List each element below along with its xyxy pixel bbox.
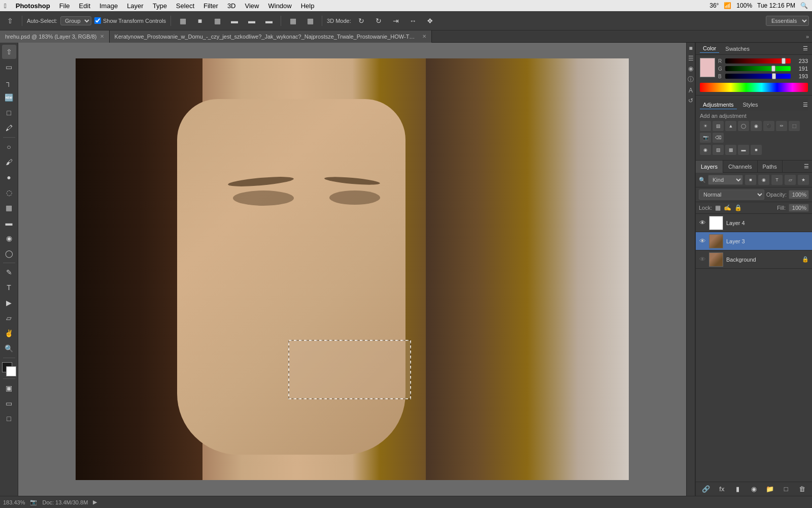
color-icon[interactable]: ■ bbox=[689, 45, 692, 52]
align-vcenter-btn[interactable]: ■ bbox=[193, 14, 207, 28]
playback-btn[interactable]: ▶ bbox=[93, 499, 97, 505]
tab-layers[interactable]: Layers bbox=[696, 161, 723, 173]
photofilter-btn[interactable]: 📷 bbox=[700, 133, 711, 143]
layer-filter-shape-btn[interactable]: ▱ bbox=[785, 175, 796, 185]
invert-btn[interactable]: ◉ bbox=[700, 145, 711, 155]
bw-btn[interactable]: ⬚ bbox=[789, 121, 800, 131]
menu-3d[interactable]: 3D bbox=[227, 2, 236, 10]
threshold-btn[interactable]: ▩ bbox=[725, 145, 736, 155]
eraser-tool[interactable]: ▦ bbox=[2, 201, 16, 215]
adjustments-icon[interactable]: ◉ bbox=[688, 65, 693, 72]
layer-filter-pixel-btn[interactable]: ■ bbox=[745, 175, 756, 185]
curves-btn[interactable]: ▲ bbox=[725, 121, 736, 131]
menu-type[interactable]: Type bbox=[153, 2, 167, 10]
screen-mode-btn[interactable]: ▭ bbox=[2, 396, 16, 410]
delete-layer-btn[interactable]: 🗑 bbox=[796, 484, 807, 495]
zoom-tool[interactable]: 🔍 bbox=[2, 341, 16, 356]
layer-row[interactable]: 👁 Layer 4 bbox=[696, 214, 812, 232]
info-icon[interactable]: ⓘ bbox=[688, 75, 694, 84]
levels-btn[interactable]: ▤ bbox=[713, 121, 724, 131]
posterize-btn[interactable]: ▧ bbox=[713, 145, 724, 155]
layer-mask-btn[interactable]: ▮ bbox=[732, 484, 743, 495]
menu-file[interactable]: File bbox=[59, 2, 70, 10]
blur-tool[interactable]: ◉ bbox=[2, 231, 16, 245]
char-icon[interactable]: A bbox=[689, 87, 693, 94]
history-icon[interactable]: ↺ bbox=[688, 97, 693, 104]
3d-roll-btn[interactable]: ↻ bbox=[371, 14, 386, 28]
layers-options-icon[interactable]: ☰ bbox=[801, 163, 812, 170]
move-tool[interactable]: ⇧ bbox=[2, 45, 16, 59]
dist-h-btn[interactable]: ▦ bbox=[286, 14, 300, 28]
dodge-tool[interactable]: ◯ bbox=[2, 246, 16, 261]
layer-filter-type-btn[interactable]: T bbox=[771, 175, 783, 185]
inactive-tab[interactable]: Keratynowe_Prostowanie_w_Domu_-_czy_jest… bbox=[110, 30, 432, 43]
colorbalance-btn[interactable]: ⚰ bbox=[776, 121, 787, 131]
layer-link-btn[interactable]: 🔗 bbox=[700, 484, 712, 495]
menu-filter[interactable]: Filter bbox=[204, 2, 218, 10]
tab-paths[interactable]: Paths bbox=[758, 161, 783, 173]
quick-mask-btn[interactable]: ▣ bbox=[2, 381, 16, 395]
adj-options-icon[interactable]: ☰ bbox=[803, 102, 808, 108]
3d-scale-btn[interactable]: ❖ bbox=[423, 14, 437, 28]
menu-help[interactable]: Help bbox=[301, 2, 315, 10]
vibrance-btn[interactable]: ◉ bbox=[751, 121, 762, 131]
panel-options-icon[interactable]: ☰ bbox=[803, 45, 808, 52]
hsl-btn[interactable]: ⚫ bbox=[763, 121, 774, 131]
hand-tool[interactable]: ✌ bbox=[2, 326, 16, 340]
canvas-area[interactable] bbox=[18, 43, 686, 496]
background-color[interactable] bbox=[6, 366, 16, 376]
color-swatches[interactable] bbox=[2, 362, 16, 376]
new-layer-btn[interactable]: □ bbox=[781, 484, 792, 495]
menu-select[interactable]: Select bbox=[176, 2, 194, 10]
align-right-btn[interactable]: ▬ bbox=[262, 14, 276, 28]
layers-icon[interactable]: ☰ bbox=[688, 55, 694, 62]
quick-select-tool[interactable]: 🆕 bbox=[2, 90, 16, 105]
selectivecolor-btn[interactable]: ■ bbox=[751, 145, 762, 155]
search-icon[interactable]: 🔍 bbox=[800, 2, 808, 9]
marquee-tool[interactable]: ▭ bbox=[2, 60, 16, 74]
color-preview-swatch[interactable] bbox=[700, 58, 715, 77]
apple-menu[interactable]:  bbox=[4, 2, 7, 10]
layer-3-visibility[interactable]: 👁 bbox=[699, 237, 706, 245]
blue-slider[interactable] bbox=[725, 74, 791, 79]
gradient-tool[interactable]: ▬ bbox=[2, 216, 16, 230]
menu-image[interactable]: Image bbox=[99, 2, 118, 10]
tab-overflow-btn[interactable]: » bbox=[803, 34, 812, 40]
blend-mode-select[interactable]: Normal bbox=[699, 189, 764, 200]
move-tool-option[interactable]: ⇧ bbox=[3, 14, 17, 28]
close-tab2-btn[interactable]: ✕ bbox=[422, 34, 426, 39]
lasso-tool[interactable]: ┐ bbox=[2, 75, 16, 89]
3d-slide-btn[interactable]: ↔ bbox=[406, 14, 420, 28]
new-adjustment-btn[interactable]: ◉ bbox=[748, 484, 759, 495]
align-left-btn[interactable]: ▬ bbox=[227, 14, 242, 28]
type-tool[interactable]: T bbox=[2, 280, 16, 295]
gradientmap-btn[interactable]: ▬ bbox=[738, 145, 749, 155]
red-slider[interactable] bbox=[725, 58, 791, 64]
layer-row[interactable]: 👁 Layer 3 bbox=[696, 232, 812, 250]
background-visibility[interactable]: 👁 bbox=[699, 256, 706, 263]
new-group-btn[interactable]: 📁 bbox=[764, 484, 775, 495]
3d-rotate-btn[interactable]: ↻ bbox=[354, 14, 368, 28]
brush-tool[interactable]: 🖌 bbox=[2, 155, 16, 169]
channelmix-btn[interactable]: ⌫ bbox=[713, 133, 724, 143]
menu-view[interactable]: View bbox=[245, 2, 259, 10]
layer-filter-select[interactable]: Kind bbox=[708, 175, 743, 185]
history-brush-tool[interactable]: ◌ bbox=[2, 185, 16, 200]
frame-btn[interactable]: □ bbox=[2, 411, 16, 426]
lock-pixels-btn[interactable]: ▦ bbox=[715, 204, 721, 211]
eyedropper-tool[interactable]: 🖍 bbox=[2, 121, 16, 135]
tab-color[interactable]: Color bbox=[700, 44, 719, 53]
lock-position-btn[interactable]: ✍ bbox=[724, 204, 731, 211]
tab-styles[interactable]: Styles bbox=[740, 101, 761, 109]
opacity-input[interactable] bbox=[789, 190, 809, 199]
shape-tool[interactable]: ▱ bbox=[2, 311, 16, 325]
lock-all-btn[interactable]: 🔒 bbox=[734, 204, 742, 211]
dist-v-btn[interactable]: ▦ bbox=[303, 14, 317, 28]
path-select-tool[interactable]: ▶ bbox=[2, 296, 16, 310]
exposure-btn[interactable]: ◯ bbox=[738, 121, 749, 131]
pen-tool[interactable]: ✎ bbox=[2, 265, 16, 279]
clone-stamp-tool[interactable]: ● bbox=[2, 170, 16, 184]
align-top-btn[interactable]: ▦ bbox=[176, 14, 190, 28]
brightness-btn[interactable]: ☀ bbox=[700, 121, 711, 131]
close-tab-btn[interactable]: ✕ bbox=[100, 34, 104, 39]
